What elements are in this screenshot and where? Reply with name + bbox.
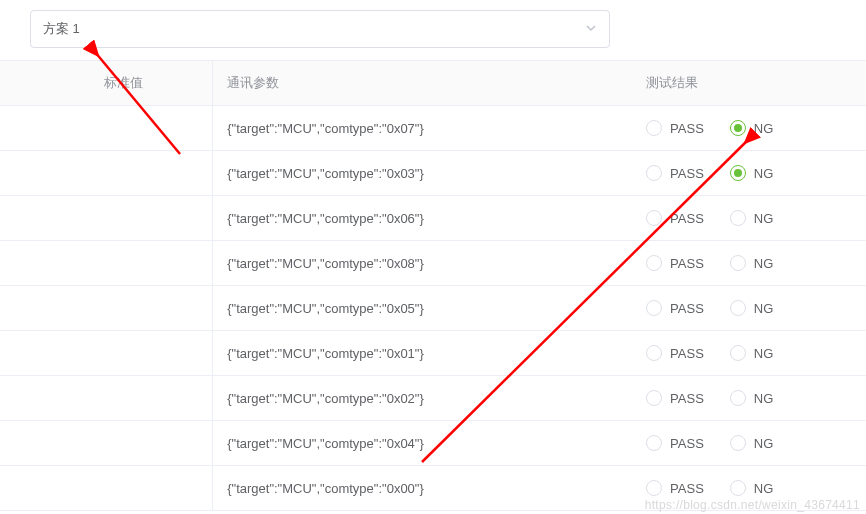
radio-circle-icon bbox=[730, 435, 746, 451]
table-row: {"target":"MCU","comtype":"0x03"}PASSNG bbox=[0, 151, 866, 196]
ng-radio[interactable]: NG bbox=[730, 120, 774, 136]
param-cell: {"target":"MCU","comtype":"0x05"} bbox=[213, 286, 638, 331]
radio-circle-icon bbox=[646, 480, 662, 496]
radio-circle-icon bbox=[730, 345, 746, 361]
ng-radio[interactable]: NG bbox=[730, 300, 774, 316]
table-row: {"target":"MCU","comtype":"0x01"}PASSNG bbox=[0, 331, 866, 376]
col-header-result: 测试结果 bbox=[638, 61, 866, 106]
radio-circle-icon bbox=[730, 165, 746, 181]
pass-label: PASS bbox=[670, 346, 704, 361]
radio-circle-icon bbox=[730, 210, 746, 226]
ng-radio[interactable]: NG bbox=[730, 480, 774, 496]
watermark: https://blog.csdn.net/weixin_43674411 bbox=[645, 498, 860, 512]
pass-radio[interactable]: PASS bbox=[646, 210, 704, 226]
param-cell: {"target":"MCU","comtype":"0x08"} bbox=[213, 241, 638, 286]
ng-label: NG bbox=[754, 481, 774, 496]
ng-radio[interactable]: NG bbox=[730, 165, 774, 181]
radio-circle-icon bbox=[646, 210, 662, 226]
ng-label: NG bbox=[754, 391, 774, 406]
ng-radio[interactable]: NG bbox=[730, 255, 774, 271]
pass-label: PASS bbox=[670, 436, 704, 451]
pass-label: PASS bbox=[670, 256, 704, 271]
ng-label: NG bbox=[754, 301, 774, 316]
radio-circle-icon bbox=[730, 300, 746, 316]
param-cell: {"target":"MCU","comtype":"0x02"} bbox=[213, 376, 638, 421]
param-cell: {"target":"MCU","comtype":"0x07"} bbox=[213, 106, 638, 151]
param-cell: {"target":"MCU","comtype":"0x06"} bbox=[213, 196, 638, 241]
pass-radio[interactable]: PASS bbox=[646, 390, 704, 406]
col-header-empty bbox=[0, 61, 96, 106]
pass-radio[interactable]: PASS bbox=[646, 480, 704, 496]
radio-circle-icon bbox=[730, 255, 746, 271]
table-row: {"target":"MCU","comtype":"0x07"}PASSNG bbox=[0, 106, 866, 151]
radio-circle-icon bbox=[730, 390, 746, 406]
radio-circle-icon bbox=[646, 300, 662, 316]
pass-label: PASS bbox=[670, 481, 704, 496]
col-header-param: 通讯参数 bbox=[213, 61, 638, 106]
pass-radio[interactable]: PASS bbox=[646, 345, 704, 361]
pass-label: PASS bbox=[670, 391, 704, 406]
col-header-standard: 标准值 bbox=[96, 61, 212, 106]
pass-label: PASS bbox=[670, 121, 704, 136]
radio-circle-icon bbox=[646, 255, 662, 271]
radio-circle-icon bbox=[730, 480, 746, 496]
ng-label: NG bbox=[754, 346, 774, 361]
ng-label: NG bbox=[754, 436, 774, 451]
param-cell: {"target":"MCU","comtype":"0x01"} bbox=[213, 331, 638, 376]
param-cell: {"target":"MCU","comtype":"0x00"} bbox=[213, 466, 638, 511]
radio-circle-icon bbox=[646, 345, 662, 361]
ng-radio[interactable]: NG bbox=[730, 210, 774, 226]
pass-radio[interactable]: PASS bbox=[646, 165, 704, 181]
pass-label: PASS bbox=[670, 211, 704, 226]
radio-circle-icon bbox=[646, 390, 662, 406]
pass-radio[interactable]: PASS bbox=[646, 435, 704, 451]
ng-label: NG bbox=[754, 121, 774, 136]
pass-radio[interactable]: PASS bbox=[646, 255, 704, 271]
plan-select[interactable]: 方案 1 bbox=[30, 10, 610, 48]
table-row: {"target":"MCU","comtype":"0x02"}PASSNG bbox=[0, 376, 866, 421]
radio-circle-icon bbox=[646, 120, 662, 136]
ng-radio[interactable]: NG bbox=[730, 435, 774, 451]
pass-label: PASS bbox=[670, 301, 704, 316]
param-cell: {"target":"MCU","comtype":"0x03"} bbox=[213, 151, 638, 196]
table-row: {"target":"MCU","comtype":"0x05"}PASSNG bbox=[0, 286, 866, 331]
ng-radio[interactable]: NG bbox=[730, 345, 774, 361]
plan-select-value: 方案 1 bbox=[43, 20, 80, 38]
radio-circle-icon bbox=[646, 165, 662, 181]
test-table: 标准值 通讯参数 测试结果 {"target":"MCU","comtype":… bbox=[0, 60, 866, 511]
radio-circle-icon bbox=[646, 435, 662, 451]
table-row: {"target":"MCU","comtype":"0x04"}PASSNG bbox=[0, 421, 866, 466]
table-row: {"target":"MCU","comtype":"0x06"}PASSNG bbox=[0, 196, 866, 241]
chevron-down-icon bbox=[585, 22, 597, 37]
pass-radio[interactable]: PASS bbox=[646, 120, 704, 136]
param-cell: {"target":"MCU","comtype":"0x04"} bbox=[213, 421, 638, 466]
ng-label: NG bbox=[754, 211, 774, 226]
ng-radio[interactable]: NG bbox=[730, 390, 774, 406]
ng-label: NG bbox=[754, 166, 774, 181]
radio-circle-icon bbox=[730, 120, 746, 136]
table-row: {"target":"MCU","comtype":"0x08"}PASSNG bbox=[0, 241, 866, 286]
pass-radio[interactable]: PASS bbox=[646, 300, 704, 316]
ng-label: NG bbox=[754, 256, 774, 271]
pass-label: PASS bbox=[670, 166, 704, 181]
